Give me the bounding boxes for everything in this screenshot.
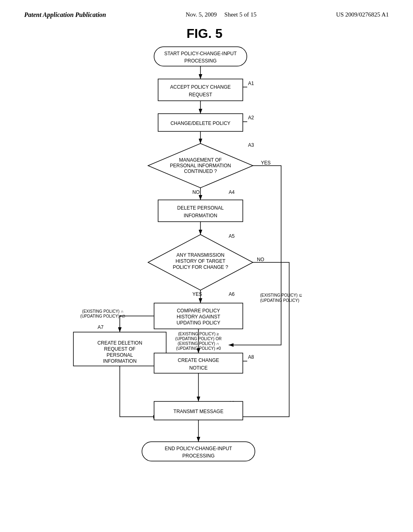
a5-label-text: A5 [229, 233, 235, 239]
a7-text-2: REQUEST OF [104, 346, 136, 352]
a6-right-1: (EXISTING POLICY) ⊆ [260, 293, 302, 297]
a7-text-4: INFORMATION [103, 358, 136, 364]
a1-text-1: ACCEPT POLICY CHANGE [170, 84, 231, 90]
a3-label: A3 [248, 142, 254, 148]
a5-text-3: POLICY FOR CHANGE ? [173, 264, 228, 270]
a1-text-2: REQUEST [189, 92, 213, 98]
a4-text-1: DELETE PERSONAL [177, 205, 224, 211]
a5-text-1: ANY TRANSMISSION [177, 252, 225, 258]
a5-no-label: NO [257, 257, 264, 262]
a6-right-2: (UPDATING POLICY) [260, 298, 299, 303]
a7-text-3: PERSONAL [106, 352, 133, 358]
header-sheet: Sheet 5 of 15 [224, 11, 257, 18]
a2-label: A2 [248, 115, 254, 121]
arrow-a7-a9 [120, 366, 158, 417]
header-date-sheet: Nov. 5, 2009 Sheet 5 of 15 [186, 11, 257, 18]
a3-yes-label: YES [261, 160, 271, 166]
end-text-2: PROCESSING [182, 453, 215, 459]
start-text-1: START POLICY-CHANGE-INPUT [164, 51, 237, 56]
a4-label-text: A4 [229, 189, 235, 195]
a3-text-2: PERSONAL INFORMATION [170, 163, 231, 168]
a7-label-text: A7 [98, 324, 104, 330]
a1-label: A1 [248, 81, 254, 86]
a6-text-1: COMPARE POLICY [177, 308, 220, 314]
a3-text-3: CONTINUED ? [184, 168, 217, 174]
header-publication-type: Patent Application Publication [24, 11, 106, 19]
a7-text-1: CREATE DELETION [97, 340, 142, 346]
a7-left-2: (UPDATING POLICY)=∅ [80, 314, 125, 318]
a6-label-text: A6 [229, 291, 235, 297]
a2-text: CHANGE/DELETE POLICY [171, 121, 231, 126]
a3-no-label: NO [192, 189, 200, 195]
a3-text-1: MANAGEMENT OF [179, 157, 222, 163]
a8-text-2: NOTICE [189, 365, 207, 371]
end-text-1: END POLICY-CHANGE-INPUT [165, 446, 233, 451]
arrow-a6-a7 [120, 316, 154, 332]
a8-text-1: CREATE CHANGE [178, 357, 219, 363]
header-patent-number: US 2009/0276825 A1 [336, 11, 389, 18]
figure-label: FIG. 5 [187, 26, 223, 41]
a5-text-2: HISTORY OF TARGET [175, 258, 225, 264]
header-date: Nov. 5, 2009 [186, 11, 217, 18]
a9-text: TRANSMIT MESSAGE [173, 409, 223, 414]
start-text-2: PROCESSING [184, 58, 217, 64]
a6-text-3: UPDATING POLICY [177, 320, 220, 326]
arrow-a5-no [229, 262, 289, 417]
a4-text-2: INFORMATION [184, 213, 217, 218]
a7-left-1: (EXISTING POLICY) ∩ [82, 309, 124, 314]
a8-label-text: A8 [248, 354, 254, 360]
diagram-area: FIG. 5 START POLICY-CHANGE-INPUT PROCESS… [0, 19, 413, 498]
page-header: Patent Application Publication Nov. 5, 2… [0, 0, 413, 19]
a6-text-2: HISTORY AGAINST [177, 314, 221, 320]
flowchart-svg: FIG. 5 START POLICY-CHANGE-INPUT PROCESS… [55, 23, 358, 494]
